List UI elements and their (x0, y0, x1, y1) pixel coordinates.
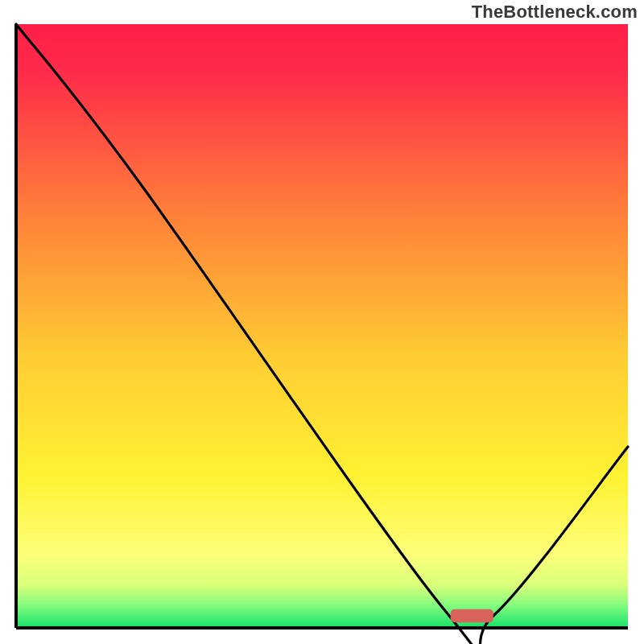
optimal-range-marker (451, 609, 493, 623)
chart-canvas (0, 0, 644, 644)
bottleneck-chart: TheBottleneck.com (0, 0, 644, 644)
watermark-text: TheBottleneck.com (472, 2, 638, 23)
plot-background (16, 24, 628, 628)
